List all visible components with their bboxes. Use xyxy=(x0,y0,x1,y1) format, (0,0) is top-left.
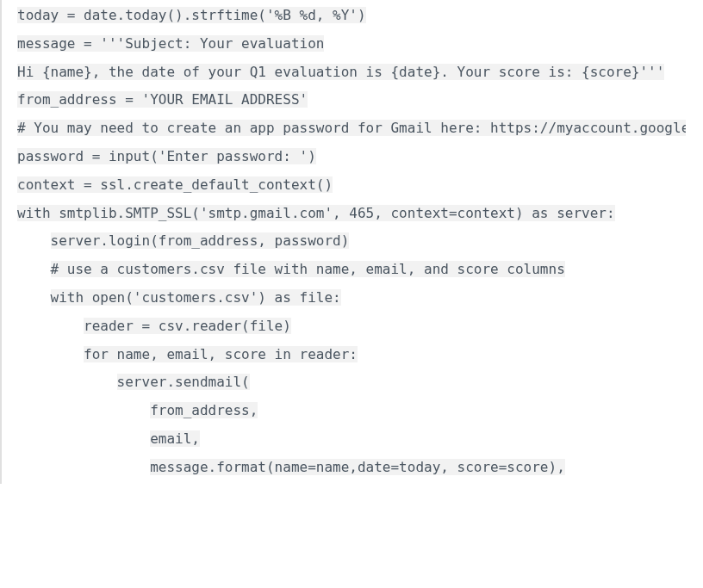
code-line: email, xyxy=(17,425,686,454)
code-line: server.login(from_address, password) xyxy=(17,227,686,256)
code-line: server.sendmail( xyxy=(17,368,686,397)
code-line: Hi {name}, the date of your Q1 evaluatio… xyxy=(17,59,686,87)
code-line: # use a customers.csv file with name, em… xyxy=(17,256,686,284)
code-line: for name, email, score in reader: xyxy=(17,341,686,369)
code-line: message = '''Subject: Your evaluation xyxy=(17,30,686,59)
code-line: today = date.today().strftime('%B %d, %Y… xyxy=(17,2,686,30)
code-line: password = input('Enter password: ') xyxy=(17,143,686,171)
code-line: # You may need to create an app password… xyxy=(17,115,686,143)
code-block: today = date.today().strftime('%B %d, %Y… xyxy=(0,0,686,484)
code-line: with open('customers.csv') as file: xyxy=(17,284,686,313)
code-line: from_address, xyxy=(17,397,686,425)
code-line: with smtplib.SMTP_SSL('smtp.gmail.com', … xyxy=(17,200,686,228)
code-line: from_address = 'YOUR EMAIL ADDRESS' xyxy=(17,86,686,115)
code-line: reader = csv.reader(file) xyxy=(17,313,686,341)
code-line: message.format(name=name,date=today, sco… xyxy=(17,454,686,482)
code-line: context = ssl.create_default_context() xyxy=(17,171,686,200)
